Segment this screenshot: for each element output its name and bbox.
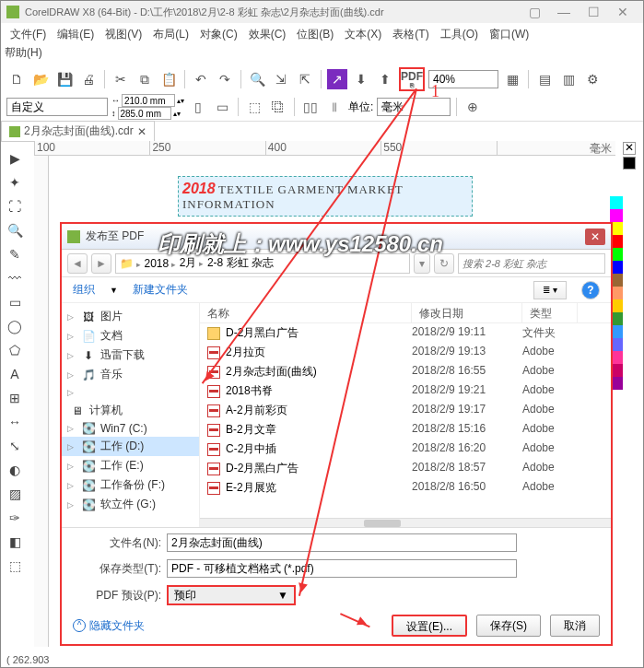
child-max-icon[interactable]: ▢ <box>520 5 549 19</box>
menu-table[interactable]: 表格(T) <box>387 24 434 45</box>
file-row[interactable]: E-2月展览2018/2/8 16:50Adobe <box>200 478 611 498</box>
search-icon[interactable]: 🔍 <box>247 69 267 89</box>
menu-bitmap[interactable]: 位图(B) <box>291 24 339 45</box>
add-icon[interactable]: ⊕ <box>463 97 483 117</box>
menu-window[interactable]: 窗口(W) <box>484 24 534 45</box>
page-width-input[interactable] <box>122 94 175 107</box>
filename-input[interactable] <box>167 533 517 552</box>
tool-transparency[interactable]: ▨ <box>5 484 25 504</box>
menu-layout[interactable]: 布局(L) <box>147 24 194 45</box>
save-button[interactable]: 保存(S) <box>476 615 541 637</box>
search-input[interactable] <box>458 253 605 274</box>
print-icon[interactable]: 🖨 <box>78 69 99 89</box>
tool-dimension[interactable]: ↔ <box>5 412 25 432</box>
options-icon[interactable]: ⚙ <box>582 69 603 89</box>
tool-ellipse[interactable]: ◯ <box>5 316 25 336</box>
filetype-select[interactable] <box>167 559 517 578</box>
distribute-icon[interactable]: ⫴ <box>324 97 345 117</box>
color-palette[interactable]: ✕ <box>619 141 639 170</box>
tool-outline[interactable]: ⬚ <box>5 556 25 576</box>
undo-icon[interactable]: ↶ <box>191 69 211 89</box>
tree-node[interactable]: ▷ <box>62 384 199 401</box>
snap-icon[interactable]: ▦ <box>502 69 522 89</box>
tree-node[interactable]: 🖥计算机 <box>62 401 199 420</box>
tool-crop[interactable]: ⛶ <box>5 196 25 217</box>
open-icon[interactable]: 📂 <box>30 69 51 89</box>
tool-shape[interactable]: ✦ <box>5 172 25 193</box>
tree-node[interactable]: ▷💽Win7 (C:) <box>62 420 199 437</box>
new-folder-button[interactable]: 新建文件夹 <box>133 282 188 298</box>
menu-view[interactable]: 视图(V) <box>100 24 147 45</box>
up-icon[interactable]: ⬆ <box>375 69 395 89</box>
align-icon[interactable]: ▯▯ <box>300 97 321 117</box>
tool-pick[interactable]: ▶ <box>5 148 25 169</box>
tree-node[interactable]: ▷💽工作 (E:) <box>62 456 199 475</box>
file-row[interactable]: D-2月黑白广告2018/2/8 18:57Adobe <box>200 459 611 478</box>
dialog-close-button[interactable]: ✕ <box>585 229 605 245</box>
organize-button[interactable]: 组织 <box>73 282 95 298</box>
minimize-button[interactable]: — <box>549 5 579 19</box>
maximize-button[interactable]: ☐ <box>579 5 608 19</box>
help-button[interactable]: ? <box>581 281 600 299</box>
hide-folders-link[interactable]: ^隐藏文件夹 <box>73 618 145 634</box>
file-row[interactable]: A-2月前彩页2018/2/9 19:17Adobe <box>200 401 611 420</box>
tree-node[interactable]: ▷💽工作 (D:) <box>62 437 199 456</box>
tree-node[interactable]: ▷💽工作备份 (F:) <box>62 475 199 495</box>
pages-icon[interactable]: ⿻ <box>268 97 288 117</box>
tool-polygon[interactable]: ⬠ <box>5 340 25 360</box>
tool-freehand[interactable]: ✎ <box>5 244 25 264</box>
down-icon[interactable]: ⬇ <box>351 69 371 89</box>
tool-artistic[interactable]: 〰 <box>5 268 25 288</box>
tool-eyedropper[interactable]: ✑ <box>5 508 25 528</box>
export-icon[interactable]: ⇱ <box>295 69 315 89</box>
file-row[interactable]: 2018书脊2018/2/9 19:21Adobe <box>200 381 611 401</box>
page-icon[interactable]: ⬚ <box>244 97 264 117</box>
page-height-input[interactable] <box>118 107 171 120</box>
menu-tools[interactable]: 工具(O) <box>435 24 484 45</box>
tree-node[interactable]: ▷⬇迅雷下载 <box>62 346 199 365</box>
paste-icon[interactable]: 📋 <box>158 69 179 89</box>
file-list[interactable]: D-2月黑白广告2018/2/9 19:11文件夹2月拉页2018/2/9 19… <box>200 323 611 518</box>
redo-icon[interactable]: ↷ <box>215 69 235 89</box>
tab-close-icon[interactable]: ✕ <box>137 125 146 138</box>
new-icon[interactable]: 🗋 <box>6 69 27 89</box>
document-tab[interactable]: 2月杂志封面(曲线).cdr ✕ <box>1 121 155 142</box>
menu-edit[interactable]: 编辑(E) <box>52 24 100 45</box>
tree-node[interactable]: ▷🎵音乐 <box>62 365 199 384</box>
scrollbar[interactable] <box>200 518 611 527</box>
settings-button[interactable]: 设置(E)... <box>392 615 467 637</box>
view-mode-button[interactable]: ≣ ▾ <box>533 281 567 299</box>
import-icon[interactable]: ⇲ <box>271 69 291 89</box>
file-row[interactable]: B-2月文章2018/2/8 15:16Adobe <box>200 420 611 439</box>
menu-effect[interactable]: 效果(C) <box>243 24 292 45</box>
file-row[interactable]: 2月杂志封面(曲线)2018/2/8 16:55Adobe <box>200 362 611 381</box>
page-preset-select[interactable] <box>6 98 108 116</box>
file-list-header[interactable]: 名称 修改日期 类型 <box>200 303 611 323</box>
tool-connector[interactable]: ⤡ <box>5 436 25 456</box>
folder-tree[interactable]: ▷🖼图片▷📄文档▷⬇迅雷下载▷🎵音乐▷🖥计算机▷💽Win7 (C:)▷💽工作 (… <box>62 303 200 527</box>
close-button[interactable]: ✕ <box>608 5 638 19</box>
cancel-button[interactable]: 取消 <box>550 615 600 637</box>
launch-icon[interactable]: ↗ <box>327 69 347 89</box>
pdf-preset-select[interactable]: 预印▼ <box>167 585 296 605</box>
file-row[interactable]: 2月拉页2018/2/9 19:13Adobe <box>200 343 611 362</box>
publish-pdf-button[interactable]: PDF⎘ <box>399 67 425 91</box>
guides-icon[interactable]: ▥ <box>558 69 579 89</box>
tree-node[interactable]: ▷💽软立件 (G:) <box>62 495 199 514</box>
tool-rectangle[interactable]: ▭ <box>5 292 25 312</box>
portrait-icon[interactable]: ▯ <box>188 97 208 117</box>
nav-forward-button[interactable]: ► <box>91 253 111 274</box>
save-icon[interactable]: 💾 <box>54 69 75 89</box>
landscape-icon[interactable]: ▭ <box>212 97 232 117</box>
menu-help[interactable]: 帮助(H) <box>5 46 42 59</box>
copy-icon[interactable]: ⧉ <box>135 69 155 89</box>
tool-text[interactable]: A <box>5 364 25 384</box>
file-row[interactable]: C-2月中插2018/2/8 16:20Adobe <box>200 439 611 459</box>
file-row[interactable]: D-2月黑白广告2018/2/9 19:11文件夹 <box>200 323 611 343</box>
menu-object[interactable]: 对象(C) <box>194 24 243 45</box>
tree-node[interactable]: ▷📄文档 <box>62 326 199 346</box>
cut-icon[interactable]: ✂ <box>111 69 131 89</box>
tool-zoom[interactable]: 🔍 <box>5 220 25 240</box>
grid-icon[interactable]: ▤ <box>534 69 555 89</box>
menu-file[interactable]: 文件(F) <box>5 24 52 45</box>
